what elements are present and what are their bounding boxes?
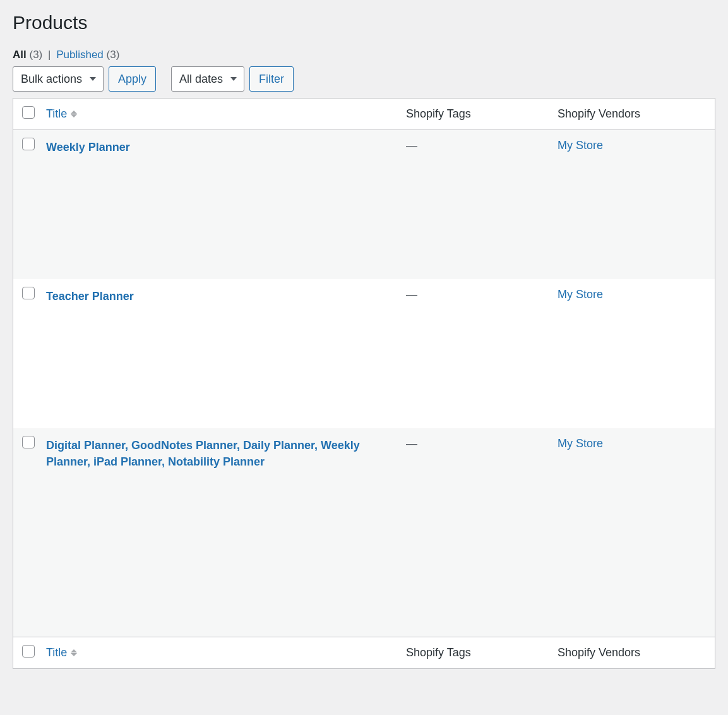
column-tags-label: Shopify Tags [400,99,551,130]
column-title-sort[interactable]: Title [46,107,77,121]
sort-icon [71,111,77,117]
view-published-label: Published [56,49,104,61]
view-separator: | [45,49,53,61]
products-table: Title Shopify Tags Shopify Vendors Weekl… [13,98,715,669]
sort-icon [71,649,77,656]
table-row: Weekly Planner — My Store [13,130,715,279]
product-vendor-link[interactable]: My Store [558,139,603,152]
view-published-count: (3) [107,49,120,61]
product-tags: — [406,288,417,301]
row-checkbox[interactable] [22,287,35,299]
column-vendors-label: Shopify Vendors [551,99,715,130]
column-tags-label-footer: Shopify Tags [400,637,551,668]
view-published-link[interactable]: Published (3) [56,49,119,61]
product-title-link[interactable]: Teacher Planner [46,288,387,304]
view-all-label: All [13,49,27,61]
column-title-label: Title [46,107,67,121]
column-title-label-footer: Title [46,646,67,659]
product-title-link[interactable]: Weekly Planner [46,139,387,155]
view-all-count: (3) [29,49,42,61]
table-row: Teacher Planner — My Store [13,279,715,428]
view-all-link[interactable]: All (3) [13,49,42,61]
product-tags: — [406,139,417,152]
bulk-actions-select[interactable]: Bulk actions [13,66,104,92]
apply-button[interactable]: Apply [109,66,156,92]
row-checkbox[interactable] [22,138,35,150]
product-vendor-link[interactable]: My Store [558,288,603,301]
table-row: Digital Planner, GoodNotes Planner, Dail… [13,428,715,637]
product-tags: — [406,437,417,450]
page-title: Products [13,6,715,36]
table-nav-top: Bulk actions Apply All dates Filter [13,66,715,92]
date-filter-select[interactable]: All dates [171,66,244,92]
product-vendor-link[interactable]: My Store [558,437,603,450]
select-all-bottom-checkbox[interactable] [22,645,35,658]
filter-button[interactable]: Filter [249,66,294,92]
view-filters: All (3) | Published (3) [13,49,715,61]
row-checkbox[interactable] [22,436,35,448]
column-vendors-label-footer: Shopify Vendors [551,637,715,668]
product-title-link[interactable]: Digital Planner, GoodNotes Planner, Dail… [46,437,387,470]
select-all-top-checkbox[interactable] [22,106,35,119]
column-title-sort-footer[interactable]: Title [46,646,77,659]
